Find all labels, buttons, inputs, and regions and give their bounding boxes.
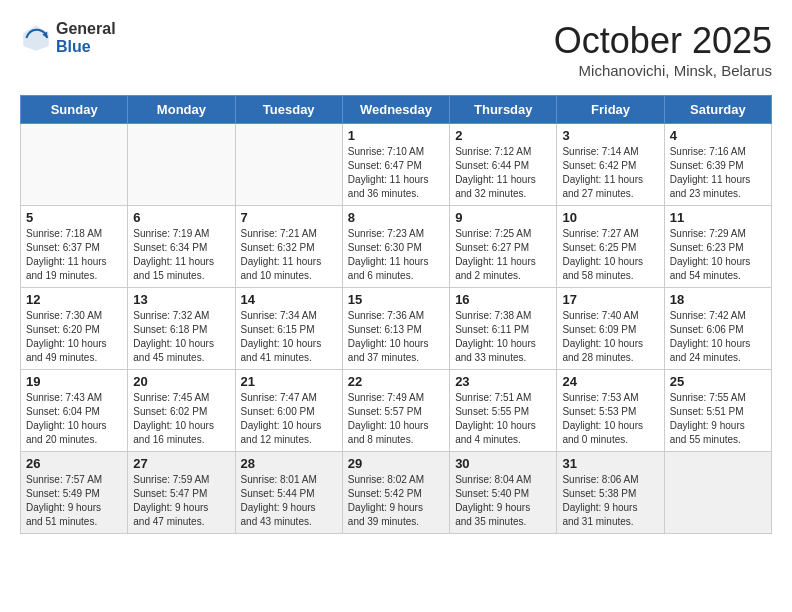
day-number: 8 (348, 210, 444, 225)
logo: General Blue (20, 20, 116, 55)
day-number: 10 (562, 210, 658, 225)
day-info: Sunrise: 7:25 AM Sunset: 6:27 PM Dayligh… (455, 227, 551, 283)
week-row-3: 12Sunrise: 7:30 AM Sunset: 6:20 PM Dayli… (21, 288, 772, 370)
day-info: Sunrise: 7:16 AM Sunset: 6:39 PM Dayligh… (670, 145, 766, 201)
day-number: 27 (133, 456, 229, 471)
calendar-cell: 9Sunrise: 7:25 AM Sunset: 6:27 PM Daylig… (450, 206, 557, 288)
day-info: Sunrise: 8:02 AM Sunset: 5:42 PM Dayligh… (348, 473, 444, 529)
weekday-header-wednesday: Wednesday (342, 96, 449, 124)
day-number: 12 (26, 292, 122, 307)
calendar-cell: 8Sunrise: 7:23 AM Sunset: 6:30 PM Daylig… (342, 206, 449, 288)
day-info: Sunrise: 7:29 AM Sunset: 6:23 PM Dayligh… (670, 227, 766, 283)
weekday-header-thursday: Thursday (450, 96, 557, 124)
weekday-header-monday: Monday (128, 96, 235, 124)
day-number: 14 (241, 292, 337, 307)
day-info: Sunrise: 7:14 AM Sunset: 6:42 PM Dayligh… (562, 145, 658, 201)
calendar-cell: 28Sunrise: 8:01 AM Sunset: 5:44 PM Dayli… (235, 452, 342, 534)
day-info: Sunrise: 7:38 AM Sunset: 6:11 PM Dayligh… (455, 309, 551, 365)
calendar-cell: 31Sunrise: 8:06 AM Sunset: 5:38 PM Dayli… (557, 452, 664, 534)
day-info: Sunrise: 7:23 AM Sunset: 6:30 PM Dayligh… (348, 227, 444, 283)
day-info: Sunrise: 7:55 AM Sunset: 5:51 PM Dayligh… (670, 391, 766, 447)
calendar-cell: 26Sunrise: 7:57 AM Sunset: 5:49 PM Dayli… (21, 452, 128, 534)
calendar-cell: 16Sunrise: 7:38 AM Sunset: 6:11 PM Dayli… (450, 288, 557, 370)
calendar-cell: 17Sunrise: 7:40 AM Sunset: 6:09 PM Dayli… (557, 288, 664, 370)
day-number: 30 (455, 456, 551, 471)
day-info: Sunrise: 8:06 AM Sunset: 5:38 PM Dayligh… (562, 473, 658, 529)
day-number: 11 (670, 210, 766, 225)
day-number: 22 (348, 374, 444, 389)
day-info: Sunrise: 7:10 AM Sunset: 6:47 PM Dayligh… (348, 145, 444, 201)
day-info: Sunrise: 7:51 AM Sunset: 5:55 PM Dayligh… (455, 391, 551, 447)
calendar-cell: 4Sunrise: 7:16 AM Sunset: 6:39 PM Daylig… (664, 124, 771, 206)
day-info: Sunrise: 7:40 AM Sunset: 6:09 PM Dayligh… (562, 309, 658, 365)
week-row-5: 26Sunrise: 7:57 AM Sunset: 5:49 PM Dayli… (21, 452, 772, 534)
calendar-cell: 23Sunrise: 7:51 AM Sunset: 5:55 PM Dayli… (450, 370, 557, 452)
weekday-header-saturday: Saturday (664, 96, 771, 124)
day-number: 19 (26, 374, 122, 389)
calendar-cell: 18Sunrise: 7:42 AM Sunset: 6:06 PM Dayli… (664, 288, 771, 370)
weekday-header-sunday: Sunday (21, 96, 128, 124)
day-number: 9 (455, 210, 551, 225)
page-header: General Blue October 2025 Michanovichi, … (20, 20, 772, 79)
calendar-cell: 13Sunrise: 7:32 AM Sunset: 6:18 PM Dayli… (128, 288, 235, 370)
day-info: Sunrise: 7:36 AM Sunset: 6:13 PM Dayligh… (348, 309, 444, 365)
day-info: Sunrise: 7:53 AM Sunset: 5:53 PM Dayligh… (562, 391, 658, 447)
day-number: 29 (348, 456, 444, 471)
calendar-cell (664, 452, 771, 534)
day-info: Sunrise: 8:01 AM Sunset: 5:44 PM Dayligh… (241, 473, 337, 529)
day-number: 15 (348, 292, 444, 307)
month-title: October 2025 (554, 20, 772, 62)
calendar-cell: 2Sunrise: 7:12 AM Sunset: 6:44 PM Daylig… (450, 124, 557, 206)
day-info: Sunrise: 7:27 AM Sunset: 6:25 PM Dayligh… (562, 227, 658, 283)
day-info: Sunrise: 7:57 AM Sunset: 5:49 PM Dayligh… (26, 473, 122, 529)
calendar-table: SundayMondayTuesdayWednesdayThursdayFrid… (20, 95, 772, 534)
week-row-1: 1Sunrise: 7:10 AM Sunset: 6:47 PM Daylig… (21, 124, 772, 206)
day-info: Sunrise: 7:42 AM Sunset: 6:06 PM Dayligh… (670, 309, 766, 365)
logo-text: General Blue (56, 20, 116, 55)
week-row-2: 5Sunrise: 7:18 AM Sunset: 6:37 PM Daylig… (21, 206, 772, 288)
weekday-header-row: SundayMondayTuesdayWednesdayThursdayFrid… (21, 96, 772, 124)
weekday-header-friday: Friday (557, 96, 664, 124)
day-number: 31 (562, 456, 658, 471)
day-number: 25 (670, 374, 766, 389)
day-info: Sunrise: 7:59 AM Sunset: 5:47 PM Dayligh… (133, 473, 229, 529)
day-info: Sunrise: 7:45 AM Sunset: 6:02 PM Dayligh… (133, 391, 229, 447)
calendar-cell: 20Sunrise: 7:45 AM Sunset: 6:02 PM Dayli… (128, 370, 235, 452)
calendar-cell (21, 124, 128, 206)
day-number: 24 (562, 374, 658, 389)
day-number: 6 (133, 210, 229, 225)
day-number: 18 (670, 292, 766, 307)
day-number: 28 (241, 456, 337, 471)
day-info: Sunrise: 7:43 AM Sunset: 6:04 PM Dayligh… (26, 391, 122, 447)
calendar-cell: 7Sunrise: 7:21 AM Sunset: 6:32 PM Daylig… (235, 206, 342, 288)
logo-general-text: General (56, 20, 116, 38)
day-number: 4 (670, 128, 766, 143)
day-number: 5 (26, 210, 122, 225)
day-info: Sunrise: 7:30 AM Sunset: 6:20 PM Dayligh… (26, 309, 122, 365)
logo-blue-text: Blue (56, 38, 116, 56)
day-info: Sunrise: 8:04 AM Sunset: 5:40 PM Dayligh… (455, 473, 551, 529)
day-info: Sunrise: 7:47 AM Sunset: 6:00 PM Dayligh… (241, 391, 337, 447)
weekday-header-tuesday: Tuesday (235, 96, 342, 124)
calendar-cell: 29Sunrise: 8:02 AM Sunset: 5:42 PM Dayli… (342, 452, 449, 534)
day-info: Sunrise: 7:32 AM Sunset: 6:18 PM Dayligh… (133, 309, 229, 365)
day-number: 7 (241, 210, 337, 225)
calendar-cell: 6Sunrise: 7:19 AM Sunset: 6:34 PM Daylig… (128, 206, 235, 288)
day-number: 17 (562, 292, 658, 307)
calendar-cell (235, 124, 342, 206)
day-number: 3 (562, 128, 658, 143)
day-number: 20 (133, 374, 229, 389)
day-info: Sunrise: 7:19 AM Sunset: 6:34 PM Dayligh… (133, 227, 229, 283)
day-number: 13 (133, 292, 229, 307)
calendar-cell: 12Sunrise: 7:30 AM Sunset: 6:20 PM Dayli… (21, 288, 128, 370)
calendar-cell: 24Sunrise: 7:53 AM Sunset: 5:53 PM Dayli… (557, 370, 664, 452)
location-subtitle: Michanovichi, Minsk, Belarus (554, 62, 772, 79)
calendar-cell: 3Sunrise: 7:14 AM Sunset: 6:42 PM Daylig… (557, 124, 664, 206)
day-info: Sunrise: 7:34 AM Sunset: 6:15 PM Dayligh… (241, 309, 337, 365)
calendar-cell: 1Sunrise: 7:10 AM Sunset: 6:47 PM Daylig… (342, 124, 449, 206)
calendar-cell: 30Sunrise: 8:04 AM Sunset: 5:40 PM Dayli… (450, 452, 557, 534)
day-info: Sunrise: 7:18 AM Sunset: 6:37 PM Dayligh… (26, 227, 122, 283)
day-number: 21 (241, 374, 337, 389)
day-number: 1 (348, 128, 444, 143)
day-number: 23 (455, 374, 551, 389)
